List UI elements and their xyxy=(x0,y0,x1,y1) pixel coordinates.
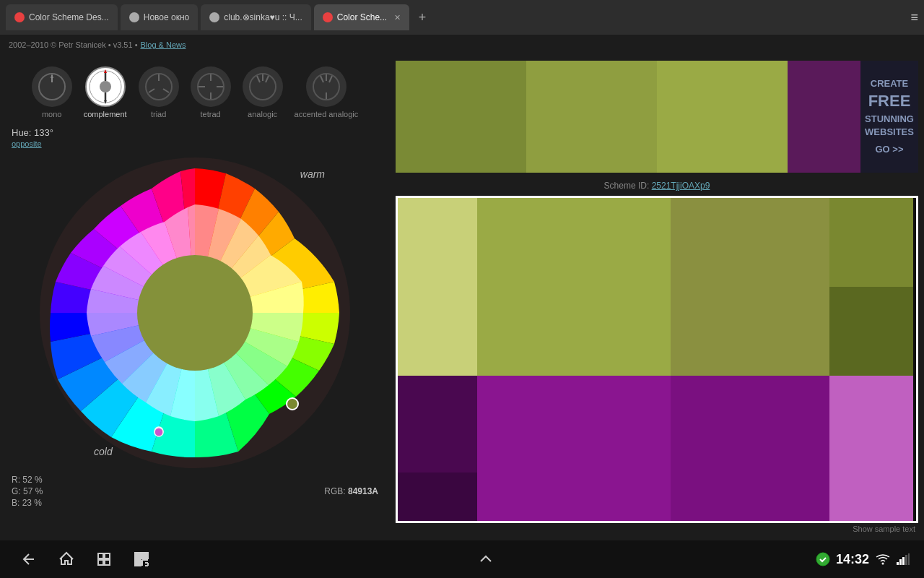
left-panel: mono complement xyxy=(0,55,390,540)
svg-point-50 xyxy=(882,563,884,565)
svg-line-11 xyxy=(163,89,169,92)
cold-label: cold xyxy=(94,446,113,457)
svg-rect-36 xyxy=(98,560,103,565)
top-swatch-3 xyxy=(657,61,788,173)
tabs-button[interactable] xyxy=(90,545,118,574)
grid-cell-olive-right-top xyxy=(829,198,916,287)
tab-label-3: club.⊗sinka♥u :: Ч... xyxy=(224,12,302,22)
accented-analogic-icon xyxy=(306,66,346,107)
rgb-info: R: 52 % G: 57 % B: 23 % RGB: 84913A xyxy=(12,472,378,511)
mono-label: mono xyxy=(42,110,62,118)
security-icon xyxy=(816,552,830,566)
tab-icon-2 xyxy=(129,12,139,22)
tetrad-label: tetrad xyxy=(201,110,221,118)
ad-line1: CREATE xyxy=(871,77,908,90)
complement-icon xyxy=(85,66,126,107)
grid-cell-light-green-left xyxy=(398,198,477,376)
grid-cell-olive-mid-light xyxy=(477,198,671,376)
accented-analogic-label: accented analogic xyxy=(295,110,359,118)
signal-icon xyxy=(897,553,910,565)
grid-cell-purples-left xyxy=(398,376,477,521)
color-wheel-svg[interactable] xyxy=(36,154,354,472)
svg-point-28 xyxy=(137,255,253,371)
tab-label-2: Новое окно xyxy=(144,12,190,22)
show-sample-text[interactable]: Show sample text xyxy=(396,523,918,535)
svg-point-49 xyxy=(816,553,829,566)
browser-tabs-bar: Color Scheme Des... Новое окно club.⊗sin… xyxy=(0,0,924,35)
svg-line-20 xyxy=(266,76,269,82)
blog-news-link[interactable]: Blog & News xyxy=(140,40,186,49)
svg-point-8 xyxy=(100,81,111,92)
analogic-icon xyxy=(243,66,283,107)
complement-label: complement xyxy=(84,110,127,118)
triad-label: triad xyxy=(151,110,166,118)
grid-cell-dark-purple-left xyxy=(398,376,477,473)
scheme-id-bar: Scheme ID: 2521TjjiOAXp9 xyxy=(396,176,918,196)
scheme-id-value[interactable]: 2521TjjiOAXp9 xyxy=(652,181,710,191)
tab-add-button[interactable]: + xyxy=(412,7,432,27)
scheme-types: mono complement xyxy=(12,61,378,124)
browser-menu-button[interactable]: ≡ xyxy=(910,10,918,25)
wifi-icon xyxy=(875,553,891,565)
right-border xyxy=(913,198,916,521)
color-wheel-container[interactable]: warm cold xyxy=(36,154,354,472)
svg-rect-51 xyxy=(897,562,899,565)
svg-line-12 xyxy=(149,89,154,92)
hue-info: Hue: 133° xyxy=(12,124,378,139)
hue-value: 133° xyxy=(34,127,53,138)
scheme-mono[interactable]: mono xyxy=(32,66,72,118)
tab-1[interactable]: Color Scheme Des... xyxy=(6,4,118,30)
opposite-link[interactable]: opposite xyxy=(12,139,378,148)
scheme-id-label: Scheme ID: xyxy=(604,181,650,191)
right-panel: CREATE FREE STUNNING WEBSITES GO >> Sche… xyxy=(390,55,924,540)
scroll-up-button[interactable] xyxy=(471,545,500,574)
scheme-accented-analogic[interactable]: accented analogic xyxy=(295,66,359,118)
ad-banner[interactable]: CREATE FREE STUNNING WEBSITES GO >> xyxy=(860,61,918,173)
qr-button[interactable] xyxy=(127,545,156,574)
svg-point-32 xyxy=(154,428,163,436)
bottom-nav: 14:32 xyxy=(0,540,924,578)
tab-4[interactable]: Color Sche... ✕ xyxy=(314,4,409,30)
scheme-grid-bottom xyxy=(398,376,916,521)
tab-icon-3 xyxy=(209,12,219,22)
nav-center xyxy=(156,545,816,574)
ad-line2: FREE xyxy=(868,90,911,113)
tab-3[interactable]: club.⊗sinka♥u :: Ч... xyxy=(201,4,311,30)
svg-rect-37 xyxy=(105,560,110,565)
home-button[interactable] xyxy=(52,545,81,574)
svg-point-33 xyxy=(287,398,298,410)
svg-line-24 xyxy=(329,76,332,82)
top-swatches: CREATE FREE STUNNING WEBSITES GO >> xyxy=(396,61,918,173)
tab-close-4[interactable]: ✕ xyxy=(394,13,401,22)
info-bar: 2002–2010 © Petr Stanicek • v3.51 • Blog… xyxy=(0,35,924,55)
svg-rect-55 xyxy=(908,553,910,565)
svg-rect-43 xyxy=(136,561,139,564)
tetrad-icon xyxy=(191,66,231,107)
triad-icon xyxy=(139,66,179,107)
tab-label-1: Color Scheme Des... xyxy=(29,12,109,22)
grid-cell-purple-mid-dark xyxy=(671,376,829,521)
scheme-triad[interactable]: triad xyxy=(139,66,179,118)
ad-cta: GO >> xyxy=(875,143,903,156)
grid-cell-darker-purple-left xyxy=(398,473,477,521)
r-value: R: 52 % xyxy=(12,475,43,485)
scheme-complement[interactable]: complement xyxy=(84,66,127,118)
nav-left-buttons xyxy=(14,545,156,574)
tab-label-4: Color Sche... xyxy=(337,12,387,22)
grid-cell-olive-mid xyxy=(477,198,829,376)
top-swatch-2 xyxy=(526,61,657,173)
scheme-tetrad[interactable]: tetrad xyxy=(191,66,231,118)
back-button[interactable] xyxy=(14,545,43,574)
copyright-text: 2002–2010 © Petr Stanicek • v3.51 • xyxy=(9,40,137,49)
svg-line-25 xyxy=(321,76,323,82)
grid-cell-right-greens xyxy=(829,198,916,376)
scheme-analogic[interactable]: analogic xyxy=(243,66,283,118)
grid-cell-purple-mid-light xyxy=(477,376,671,521)
svg-rect-34 xyxy=(98,553,103,558)
svg-rect-53 xyxy=(902,557,905,565)
svg-rect-35 xyxy=(105,553,110,558)
tab-2[interactable]: Новое окно xyxy=(121,4,199,30)
g-value: G: 57 % xyxy=(12,486,43,496)
analogic-label: analogic xyxy=(248,110,277,118)
svg-rect-39 xyxy=(136,554,139,557)
